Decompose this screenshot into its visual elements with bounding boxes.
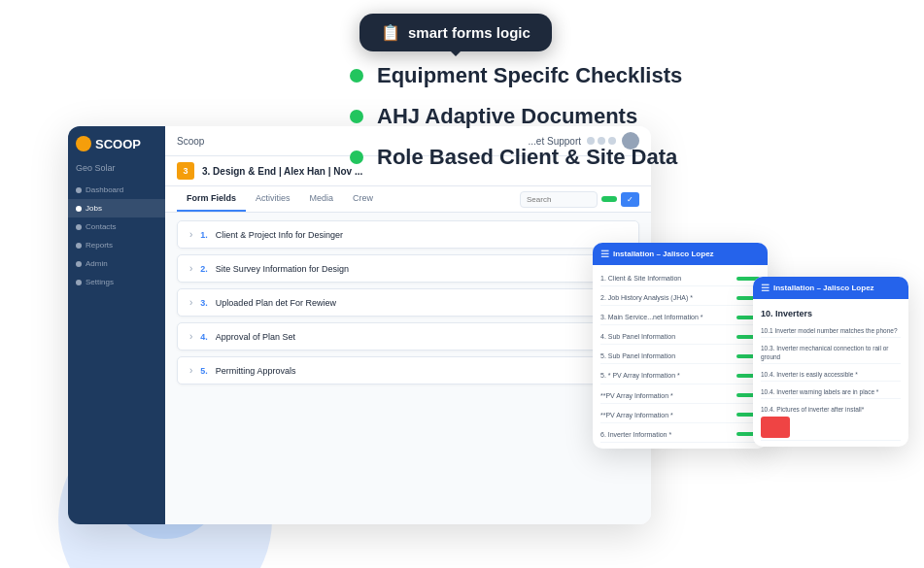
smart-forms-tooltip: 📋 smart forms logic bbox=[359, 14, 552, 51]
form-sections: › 1. Client & Project Info for Desinger … bbox=[165, 213, 651, 524]
mobile-header-label-1: Installation – Jalisco Lopez bbox=[613, 250, 714, 258]
mobile-header-label-2: Installation – Jalisco Lopez bbox=[773, 284, 874, 292]
feature-text-3: Role Based Client & Site Data bbox=[377, 145, 677, 170]
section-label-4: Approval of Plan Set bbox=[216, 332, 609, 342]
section-num-4: 4. bbox=[200, 332, 208, 342]
search-bar: ✓ bbox=[520, 191, 639, 208]
mobile-row-8: **PV Array Information * bbox=[600, 408, 760, 423]
section-label-1: Client & Project Info for Desinger bbox=[216, 230, 627, 240]
mobile-row-label-1: 1. Client & Site Information bbox=[600, 274, 733, 283]
feature-dot-1 bbox=[350, 69, 363, 83]
search-input[interactable] bbox=[520, 191, 598, 208]
sidebar: SCOOP Geo Solar Dashboard Jobs Contacts … bbox=[68, 126, 165, 524]
form-section-row-3[interactable]: › 3. Uploaded Plan det For Rewiew bbox=[177, 288, 639, 317]
mobile-menu-icon-1: ☰ bbox=[600, 249, 609, 259]
sidebar-item-jobs[interactable]: Jobs bbox=[68, 199, 165, 217]
sidebar-label-reports: Reports bbox=[86, 241, 113, 250]
mobile-header-2: ☰ Installation – Jalisco Lopez bbox=[753, 277, 908, 299]
mobile-row-2: 2. Job History Analysis (JHA) * bbox=[600, 290, 760, 306]
sidebar-dot-contacts bbox=[76, 224, 82, 230]
section-num-1: 1. bbox=[200, 230, 208, 240]
chevron-2: › bbox=[189, 263, 192, 274]
mobile-row-label-3: 3. Main Service...net Information * bbox=[600, 313, 733, 321]
sidebar-label-jobs: Jobs bbox=[86, 204, 102, 213]
chevron-5: › bbox=[189, 365, 192, 376]
sidebar-item-contacts[interactable]: Contacts bbox=[68, 217, 165, 236]
mobile-menu-icon-2: ☰ bbox=[761, 283, 770, 293]
sidebar-subtitle: Geo Solar bbox=[68, 161, 165, 181]
mobile-row-label-9: 6. Inverter Information * bbox=[600, 430, 733, 439]
mobile-row-3: 3. Main Service...net Information * bbox=[600, 310, 760, 325]
mobile-card-1: ☰ Installation – Jalisco Lopez 1. Client… bbox=[593, 243, 768, 449]
inverter-image bbox=[761, 417, 790, 438]
mobile-row-5: 5. Sub Panel Information bbox=[600, 349, 760, 364]
chevron-1: › bbox=[189, 229, 192, 240]
mobile-row-6: 5. * PV Array Information * bbox=[600, 368, 760, 384]
tab-form-fields[interactable]: Form Fields bbox=[177, 186, 246, 212]
job-title: 3. Design & End | Alex Han | Nov ... bbox=[202, 166, 362, 177]
mobile-row-label-8: **PV Array Information * bbox=[600, 411, 733, 419]
feature-dot-2 bbox=[350, 110, 363, 123]
feature-text-1: Equipment Specifc Checklists bbox=[377, 63, 682, 88]
tooltip-label: smart forms logic bbox=[408, 24, 530, 41]
form-section-row-2[interactable]: › 2. Site Survey Information for Design bbox=[177, 254, 639, 283]
mobile-row-label-2: 2. Job History Analysis (JHA) * bbox=[600, 293, 733, 302]
mobile-row-label-5: 5. Sub Panel Information bbox=[600, 351, 733, 360]
mobile-desc-4: 10.4. Inverter warning labels are in pla… bbox=[761, 385, 901, 399]
mobile-desc-3: 10.4. Inverter is easily accessible * bbox=[761, 368, 901, 382]
mobile-header-1: ☰ Installation – Jalisco Lopez bbox=[593, 243, 768, 265]
feature-item-3: Role Based Client & Site Data bbox=[350, 145, 682, 170]
form-section-row-4[interactable]: › 4. Approval of Plan Set ! bbox=[177, 322, 639, 351]
mobile-row-label-4: 4. Sub Panel Information bbox=[600, 332, 733, 341]
sidebar-logo-text: SCOOP bbox=[95, 137, 141, 151]
app-window: SCOOP Geo Solar Dashboard Jobs Contacts … bbox=[68, 126, 651, 524]
feature-item-1: Equipment Specifc Checklists bbox=[350, 63, 682, 88]
sidebar-label-contacts: Contacts bbox=[86, 222, 117, 231]
mobile-row-label-6: 5. * PV Array Information * bbox=[600, 371, 733, 380]
mobile-body-1: 1. Client & Site Information 2. Job Hist… bbox=[593, 265, 768, 449]
mobile-card-2: ☰ Installation – Jalisco Lopez 10. Inver… bbox=[753, 277, 908, 447]
search-green-button[interactable] bbox=[601, 196, 617, 202]
mobile-desc-5: 10.4. Pictures of inverter after install… bbox=[761, 403, 901, 440]
feature-text-2: AHJ Adaptive Documents bbox=[377, 104, 637, 129]
confirm-button[interactable]: ✓ bbox=[621, 192, 639, 207]
mobile-row-7: **PV Array Information * bbox=[600, 388, 760, 404]
sidebar-logo: SCOOP bbox=[68, 126, 165, 161]
sidebar-item-settings[interactable]: Settings bbox=[68, 273, 165, 291]
sidebar-dot-jobs bbox=[76, 206, 82, 212]
sidebar-label-admin: Admin bbox=[86, 259, 108, 268]
form-section-row-5[interactable]: › 5. Permitting Approvals bbox=[177, 356, 639, 384]
sidebar-dot-admin bbox=[76, 261, 82, 267]
tabs: Form Fields Activities Media Crew bbox=[177, 186, 383, 212]
mobile-body-2: 10. Inverters 10.1 Inverter model number… bbox=[753, 299, 908, 447]
tab-crew[interactable]: Crew bbox=[343, 186, 383, 212]
form-section-row-1[interactable]: › 1. Client & Project Info for Desinger bbox=[177, 220, 639, 249]
mobile-row-4: 4. Sub Panel Information bbox=[600, 329, 760, 345]
feature-item-2: AHJ Adaptive Documents bbox=[350, 104, 682, 129]
sidebar-dot-dashboard bbox=[76, 187, 82, 193]
tab-media[interactable]: Media bbox=[300, 186, 344, 212]
sidebar-item-reports[interactable]: Reports bbox=[68, 236, 165, 254]
sidebar-item-dashboard[interactable]: Dashboard bbox=[68, 181, 165, 199]
mobile-row-label-7: **PV Array Information * bbox=[600, 391, 733, 400]
tooltip-icon: 📋 bbox=[381, 23, 400, 42]
tab-activities[interactable]: Activities bbox=[246, 186, 300, 212]
sidebar-label-dashboard: Dashboard bbox=[86, 185, 123, 194]
section-label-5: Permitting Approvals bbox=[216, 366, 627, 376]
top-bar-title: Scoop bbox=[177, 136, 204, 147]
section-label-3: Uploaded Plan det For Rewiew bbox=[216, 298, 627, 308]
sidebar-dot-settings bbox=[76, 280, 82, 285]
mobile-desc-2: 10.3. Inverter mechanical connection to … bbox=[761, 342, 901, 364]
sidebar-item-admin[interactable]: Admin bbox=[68, 254, 165, 273]
sidebar-dot-reports bbox=[76, 243, 82, 249]
chevron-4: › bbox=[189, 331, 192, 342]
mobile-row-9: 6. Inverter Information * bbox=[600, 427, 760, 443]
feature-list: Equipment Specifc Checklists AHJ Adaptiv… bbox=[350, 63, 682, 185]
section-label-2: Site Survey Information for Design bbox=[216, 264, 627, 274]
mobile-desc-1: 10.1 Inverter model number matches the p… bbox=[761, 324, 901, 338]
mobile-section-title: 10. Inverters bbox=[761, 305, 901, 320]
logo-icon bbox=[76, 136, 91, 151]
section-num-3: 3. bbox=[200, 298, 208, 308]
section-num-5: 5. bbox=[200, 366, 208, 376]
mobile-row-1: 1. Client & Site Information bbox=[600, 271, 760, 286]
